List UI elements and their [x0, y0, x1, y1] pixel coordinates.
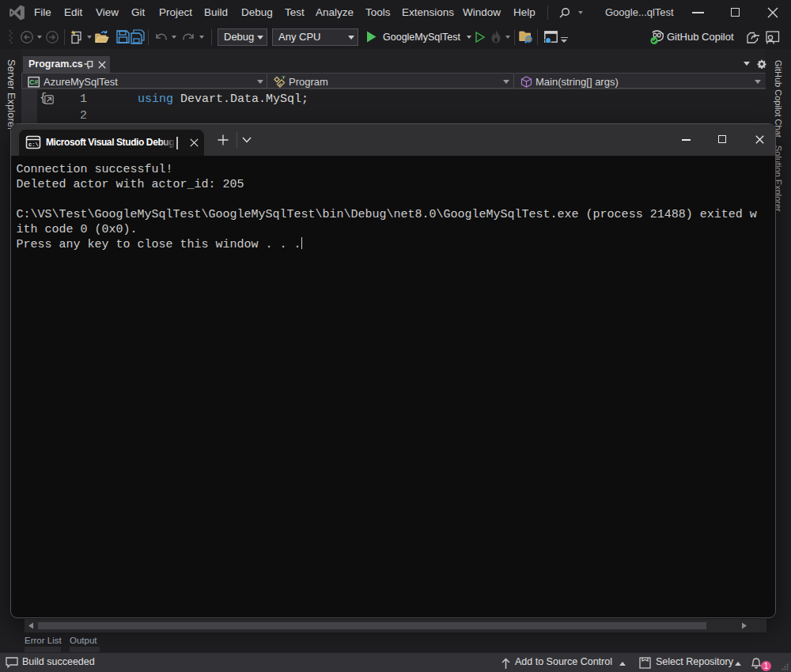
svg-text:C#: C# — [29, 78, 38, 86]
svg-text:c:\: c:\ — [28, 142, 39, 148]
